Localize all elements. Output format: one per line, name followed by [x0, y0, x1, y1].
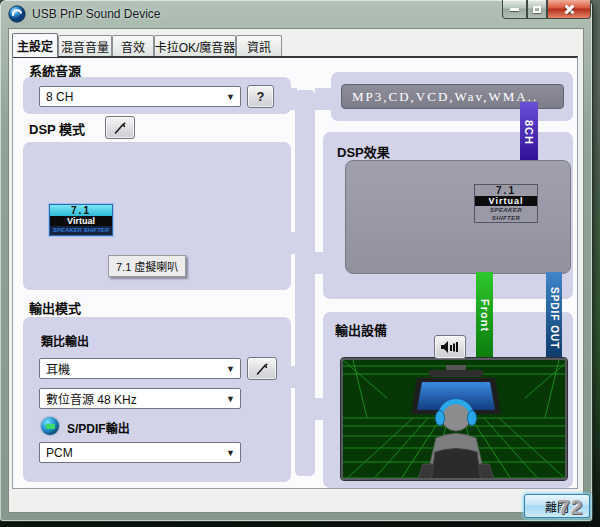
channel-select[interactable]: 8 CH ▼	[39, 86, 241, 107]
digital-source-select[interactable]: 數位音源 48 KHz ▼	[39, 388, 241, 409]
chevron-down-icon: ▼	[226, 448, 235, 458]
virtual-speaker-mode-icon[interactable]: 7.1 Virtual SPEAKER SHIFTER	[49, 204, 113, 236]
spdif-format-select[interactable]: PCM ▼	[39, 442, 241, 463]
listener-3d-scene	[341, 358, 567, 480]
ribbon-front: Front	[476, 272, 493, 360]
window-title: USB PnP Sound Device	[32, 7, 161, 21]
virtual-speaker-tooltip: 7.1 虛擬喇叭	[108, 255, 186, 277]
connector-bus	[295, 90, 315, 476]
sound-device-window: USB PnP Sound Device 主設定 混音音量 音效 卡拉OK/魔音…	[0, 0, 592, 521]
tab-mixer-volume[interactable]: 混音音量	[58, 35, 112, 56]
chevron-down-icon: ▼	[226, 364, 235, 374]
tab-information[interactable]: 資訊	[236, 35, 282, 56]
minimize-button[interactable]	[502, 0, 527, 19]
speaker-test-button[interactable]	[434, 335, 466, 359]
tab-sound-effects[interactable]: 音效	[112, 35, 154, 56]
main-settings-panel: 系統音源 8 CH ▼ ? DSP 模式 7.1 Virtual SPEAKER…	[12, 56, 578, 489]
analog-output-label: 類比輸出	[41, 332, 89, 349]
titlebar[interactable]: USB PnP Sound Device	[0, 0, 592, 28]
dsp-effect-heading: DSP效果	[337, 142, 390, 161]
speaker-volume-icon	[439, 340, 461, 354]
chevron-down-icon: ▼	[226, 394, 235, 404]
connector-branch	[315, 88, 331, 110]
chevron-down-icon: ▼	[226, 92, 235, 102]
tab-karaoke-magic-voice[interactable]: 卡拉OK/魔音器	[154, 35, 236, 56]
close-icon	[564, 4, 575, 15]
app-logo-icon	[8, 5, 26, 23]
speaker-shifter-badge: 7.1 Virtual SPEAKER SHIFTER	[474, 184, 538, 223]
fps-counter-overlay: 72	[558, 495, 583, 519]
analog-output-settings-button[interactable]	[247, 357, 277, 380]
wrench-icon	[112, 120, 128, 136]
ribbon-spdif-out: SPDIF OUT	[546, 272, 562, 364]
dsp-mode-settings-button[interactable]	[105, 116, 135, 139]
help-icon: ?	[257, 89, 265, 104]
help-button[interactable]: ?	[247, 85, 274, 108]
maximize-button[interactable]	[527, 0, 547, 19]
ribbon-8ch: 8CH	[520, 102, 538, 164]
close-button[interactable]	[547, 0, 591, 19]
maximize-icon	[533, 6, 541, 13]
minimize-icon	[510, 8, 519, 11]
spdif-optical-icon	[41, 417, 59, 435]
listener-scene-graphic	[343, 360, 567, 480]
dsp-mode-heading: DSP 模式	[29, 119, 85, 138]
spdif-output-label: S/PDIF輸出	[67, 419, 130, 436]
output-mode-heading: 輸出模式	[29, 298, 81, 317]
wrench-icon	[254, 361, 270, 377]
tab-main-settings[interactable]: 主設定	[12, 33, 58, 57]
output-device-heading: 輸出設備	[335, 320, 387, 339]
analog-output-select[interactable]: 耳機 ▼	[39, 358, 241, 379]
